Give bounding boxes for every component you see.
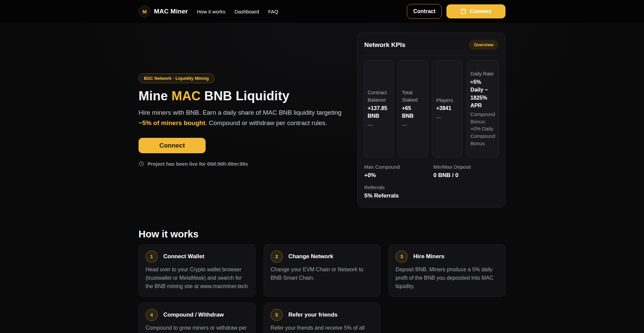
kpi-label: Daily Rate (471, 70, 495, 77)
network-kpis-card: Network KPIs Overview Contract Balance +… (357, 33, 505, 208)
step-head: 3 Hire Miners (395, 251, 498, 263)
contract-button[interactable]: Contract (407, 4, 442, 19)
step-number-badge: 1 (146, 251, 158, 263)
how-it-works-section: How it works 1 Connect Wallet Head over … (139, 229, 505, 333)
hero-copy: BSC Network · Liquidity Mining Mine MAC … (139, 73, 348, 166)
kpi-value: +65 BNB (402, 104, 424, 120)
stat-label: Min/Max Deposit (433, 164, 498, 170)
stat-referrals: Referrals 5% Referrals (364, 184, 429, 199)
step-head: 4 Compound / Withdraw (146, 309, 249, 321)
step-body: Change your EVM Chain or Network to BNB … (271, 266, 374, 282)
hero-section: BSC Network · Liquidity Mining Mine MAC … (139, 23, 505, 208)
desc-post: . Compound or withdraw per contract rule… (205, 119, 327, 126)
step-card-change-network: 2 Change Network Change your EVM Chain o… (264, 244, 381, 297)
step-number-badge: 2 (271, 251, 283, 263)
brand[interactable]: M MAC Miner (139, 5, 188, 17)
step-body: Deposit BNB. Miners produce a 5% daily p… (395, 266, 498, 290)
stat-max-compound: Max Compound +0% (364, 164, 429, 179)
kpi-label: Total Staked (402, 89, 424, 104)
stat-value: 5% Referrals (364, 192, 429, 199)
step-body: Head over to your Crypto wallet browser … (146, 266, 249, 290)
desc-accent: ~5% of miners bought (139, 119, 205, 126)
kpi-label: Contract Balance (368, 89, 390, 104)
hero-description: Hire miners with BNB. Earn a daily share… (139, 108, 348, 128)
kpi-tile-contract-balance: Contract Balance +137.85 BNB — (364, 60, 394, 157)
step-number-badge: 4 (146, 309, 158, 321)
kpi-sub: Compound Bonus: +0% Daily Compound Bonus (471, 111, 495, 147)
kpi-stats: Max Compound +0% Min/Max Deposit 0 BNB /… (364, 164, 499, 199)
step-card-hire-miners: 3 Hire Miners Deposit BNB. Miners produc… (388, 244, 505, 297)
step-card-connect-wallet: 1 Connect Wallet Head over to your Crypt… (139, 244, 256, 297)
project-live-timer: Project has been live for 00d:00h:00m:00… (139, 161, 348, 167)
step-title: Connect Wallet (163, 253, 204, 260)
step-head: 5 Refer your friends (271, 309, 374, 321)
step-title: Hire Miners (413, 253, 444, 260)
nav-link-how-it-works[interactable]: How it works (197, 9, 225, 14)
kpi-value: +137.85 BNB (368, 104, 390, 120)
live-timer-text: Project has been live for 00d:00h:00m:00… (148, 161, 248, 167)
connect-button-label: Connect (470, 8, 491, 14)
step-number-badge: 5 (271, 309, 283, 321)
overview-badge[interactable]: Overview (469, 40, 498, 50)
mac-miner-logo-icon: M (139, 5, 151, 17)
kpi-tile-daily-rate: Daily Rate ≈5% Daily ~ 1825% APR Compoun… (467, 60, 499, 157)
kpi-label: Players (436, 97, 458, 104)
step-head: 2 Change Network (271, 251, 374, 263)
step-head: 1 Connect Wallet (146, 251, 249, 263)
step-title: Compound / Withdraw (163, 312, 224, 318)
nav-actions: Contract Connect (407, 4, 505, 19)
kpi-sub: — (402, 121, 424, 128)
stat-value: 0 BNB / 0 (433, 172, 498, 179)
stat-min-max-deposit: Min/Max Deposit 0 BNB / 0 (433, 164, 498, 179)
network-badge: BSC Network · Liquidity Mining (139, 73, 214, 83)
kpi-tiles: Contract Balance +137.85 BNB — Total Sta… (364, 60, 499, 157)
clock-icon (139, 161, 144, 167)
hero-connect-button[interactable]: Connect (139, 138, 206, 153)
title-post: BNB Liquidity (201, 89, 289, 103)
kpi-card-title: Network KPIs (364, 41, 405, 49)
title-pre: Mine (139, 89, 171, 103)
wallet-icon (461, 8, 467, 14)
nav-link-faq[interactable]: FAQ (268, 9, 278, 14)
step-number-badge: 3 (395, 251, 408, 263)
title-accent: MAC (171, 89, 201, 103)
step-title: Change Network (288, 253, 333, 260)
step-body: Compound to grow miners or withdraw per … (146, 324, 249, 333)
top-navbar: M MAC Miner How it works Dashboard FAQ C… (0, 0, 644, 23)
connect-wallet-button[interactable]: Connect (446, 4, 505, 18)
kpi-sub: — (368, 121, 390, 128)
step-title: Refer your friends (288, 312, 337, 318)
stat-label: Max Compound (364, 164, 429, 170)
kpi-sub: — (436, 114, 458, 121)
kpi-tile-players: Players +3841 — (432, 60, 462, 157)
steps-grid: 1 Connect Wallet Head over to your Crypt… (139, 244, 505, 333)
kpi-value: +3841 (436, 104, 458, 112)
nav-link-dashboard[interactable]: Dashboard (234, 9, 259, 14)
page-title: Mine MAC BNB Liquidity (139, 89, 348, 103)
kpi-tile-total-staked: Total Staked +65 BNB — (398, 60, 428, 157)
step-body: Refer your friends and receive 5% of all… (271, 324, 374, 333)
step-card-compound-withdraw: 4 Compound / Withdraw Compound to grow m… (139, 302, 256, 333)
stat-label: Referrals (364, 184, 429, 190)
nav-links: How it works Dashboard FAQ (197, 9, 278, 14)
kpi-value: ≈5% Daily ~ 1825% APR (471, 78, 495, 109)
stat-value: +0% (364, 172, 429, 179)
how-it-works-title: How it works (139, 229, 505, 240)
kpi-card-header: Network KPIs Overview (364, 39, 499, 55)
desc-pre: Hire miners with BNB. Earn a daily share… (139, 109, 341, 116)
step-card-refer-friends: 5 Refer your friends Refer your friends … (264, 302, 381, 333)
brand-title: MAC Miner (154, 8, 188, 15)
